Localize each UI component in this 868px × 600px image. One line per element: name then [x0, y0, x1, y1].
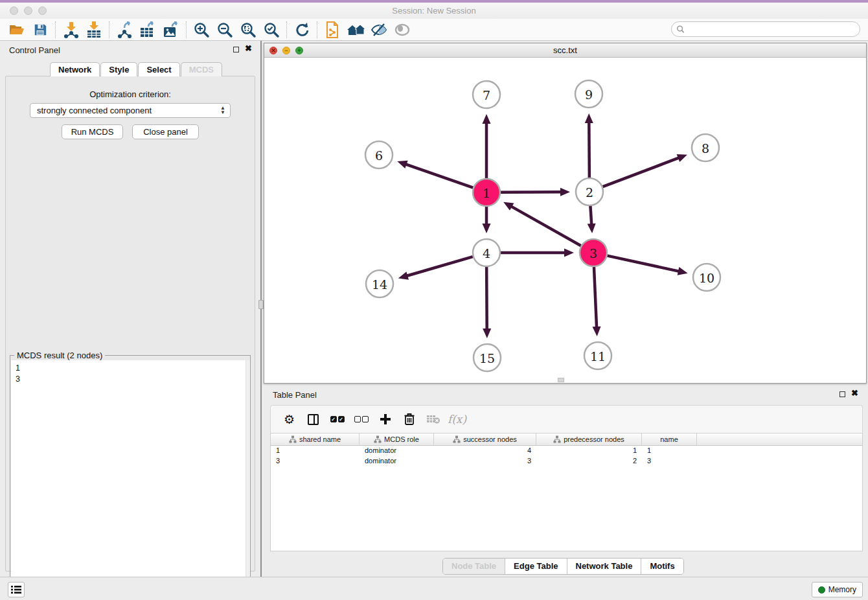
mcds-result-values: 1 3	[11, 360, 250, 385]
graph-edge-arrowhead	[483, 224, 491, 233]
cell-name[interactable]: 3	[642, 456, 697, 467]
delete-table-icon[interactable]	[421, 410, 445, 429]
network-window-titlebar[interactable]: ✕ − + scc.txt	[264, 43, 866, 58]
toolbar-separator	[186, 21, 187, 38]
refresh-icon[interactable]	[290, 20, 314, 40]
float-panel-icon[interactable]	[233, 47, 239, 52]
toolbar-separator	[317, 21, 317, 38]
cell-mcds-role[interactable]: dominator	[360, 456, 434, 467]
result-scrollbar[interactable]	[246, 360, 250, 599]
tab-network-table[interactable]: Network Table	[567, 559, 642, 574]
cell-name[interactable]: 1	[642, 446, 697, 456]
node-table[interactable]: shared name MCDS role successor nodes pr…	[270, 433, 863, 551]
graph-edge-arrowhead	[560, 188, 570, 196]
graph-edge[interactable]	[501, 192, 562, 192]
cell-predecessor-nodes[interactable]: 2	[536, 456, 642, 467]
table-row[interactable]: 1 dominator 4 1 1	[271, 446, 862, 456]
home-icon[interactable]	[344, 20, 367, 40]
horizontal-scrollbar-thumb[interactable]	[558, 378, 564, 382]
graph-edge[interactable]	[603, 157, 680, 187]
tab-edge-table[interactable]: Edge Table	[505, 559, 567, 574]
close-panel-button[interactable]: Close panel	[132, 124, 199, 139]
optimization-criterion-dropdown[interactable]: strongly connected component ▲▼	[30, 103, 231, 118]
eye-icon[interactable]	[391, 20, 414, 40]
cell-mcds-role[interactable]: dominator	[360, 446, 434, 456]
column-type-icon	[289, 435, 297, 443]
show-columns-icon[interactable]	[301, 410, 325, 429]
cell-shared-name[interactable]: 1	[271, 446, 360, 456]
mcds-result-textarea[interactable]: 1 3	[11, 360, 250, 599]
zoom-in-icon[interactable]	[190, 20, 213, 40]
table-settings-gear-icon[interactable]: ⚙	[277, 410, 301, 429]
graph-edge[interactable]	[405, 257, 473, 276]
column-header-mcds-role[interactable]: MCDS role	[360, 433, 434, 445]
function-builder-icon[interactable]: f(x)	[445, 410, 469, 429]
run-mcds-button[interactable]: Run MCDS	[62, 124, 123, 139]
graph-node-label: 14	[372, 277, 387, 292]
graph-edge[interactable]	[589, 121, 589, 178]
graph-edge[interactable]	[594, 267, 597, 329]
task-history-button[interactable]	[8, 582, 25, 597]
close-table-panel-icon[interactable]: ✖	[851, 388, 858, 398]
cell-shared-name[interactable]: 3	[271, 456, 360, 467]
mcds-result-group: MCDS result (2 nodes) 1 3	[10, 355, 251, 600]
memory-button[interactable]: Memory	[812, 582, 863, 597]
status-bar: Memory	[0, 577, 868, 600]
tab-node-table[interactable]: Node Table	[443, 559, 505, 574]
network-file-icon[interactable]	[321, 20, 344, 40]
graph-edge-arrowhead	[593, 327, 601, 336]
hide-panel-eye-icon[interactable]	[367, 20, 391, 40]
graph-edge-arrowhead	[564, 249, 574, 257]
cell-predecessor-nodes[interactable]: 1	[536, 446, 642, 456]
toolbar-separator	[286, 21, 287, 38]
float-table-panel-icon[interactable]	[839, 391, 845, 397]
export-image-icon[interactable]	[159, 20, 183, 40]
tab-motifs[interactable]: Motifs	[641, 559, 683, 574]
column-header-shared-name[interactable]: shared name	[271, 433, 360, 445]
zoom-selected-icon[interactable]	[260, 20, 283, 40]
graph-edge[interactable]	[405, 164, 474, 188]
dropdown-value: strongly connected component	[37, 106, 152, 115]
export-network-icon[interactable]	[113, 20, 136, 40]
graph-edge-arrowhead	[585, 113, 593, 123]
zoom-out-icon[interactable]	[213, 20, 236, 40]
table-row[interactable]: 3 dominator 3 2 3	[271, 456, 862, 467]
tab-select[interactable]: Select	[138, 62, 179, 76]
mcds-tab-content: Optimization criterion: strongly connect…	[5, 76, 255, 571]
tab-mcds[interactable]: MCDS	[181, 62, 222, 76]
cell-successor-nodes[interactable]: 3	[434, 456, 536, 467]
column-header-name[interactable]: name	[642, 433, 697, 445]
column-header-predecessor-nodes[interactable]: predecessor nodes	[536, 433, 642, 445]
add-column-icon[interactable]	[373, 410, 397, 429]
column-header-successor-nodes[interactable]: successor nodes	[434, 433, 536, 445]
graph-edge-arrowhead	[483, 114, 491, 124]
tab-network[interactable]: Network	[50, 62, 100, 76]
open-folder-icon[interactable]	[5, 20, 29, 40]
graph-edge-arrowhead	[678, 267, 688, 275]
fit-content-icon[interactable]	[236, 20, 260, 40]
network-minimize-icon[interactable]: −	[282, 47, 290, 54]
graph-node-label: 4	[483, 246, 490, 260]
close-panel-icon[interactable]: ✖	[245, 43, 252, 53]
deselect-all-columns-icon[interactable]	[349, 410, 373, 429]
tab-style[interactable]: Style	[100, 62, 137, 76]
graph-node-label: 6	[375, 148, 383, 163]
network-maximize-icon[interactable]: +	[295, 47, 303, 54]
export-table-icon[interactable]	[136, 20, 159, 40]
graph-edge[interactable]	[486, 267, 487, 330]
search-input[interactable]	[671, 21, 860, 37]
cell-successor-nodes[interactable]: 4	[434, 446, 536, 456]
network-graph[interactable]: 1234678910111415	[264, 58, 866, 383]
delete-column-trash-icon[interactable]	[397, 410, 421, 429]
import-network-icon[interactable]	[59, 20, 82, 40]
save-icon[interactable]	[29, 20, 52, 40]
graph-edge[interactable]	[607, 256, 680, 271]
graph-node-label: 9	[585, 87, 593, 102]
memory-status-icon	[818, 586, 825, 594]
graph-edge[interactable]	[510, 206, 581, 246]
select-all-columns-icon[interactable]: ✓✓	[325, 410, 349, 429]
network-close-icon[interactable]: ✕	[269, 47, 277, 54]
import-table-icon[interactable]	[82, 20, 106, 40]
panel-divider-grip[interactable]	[258, 300, 264, 309]
graph-edge[interactable]	[590, 206, 591, 225]
